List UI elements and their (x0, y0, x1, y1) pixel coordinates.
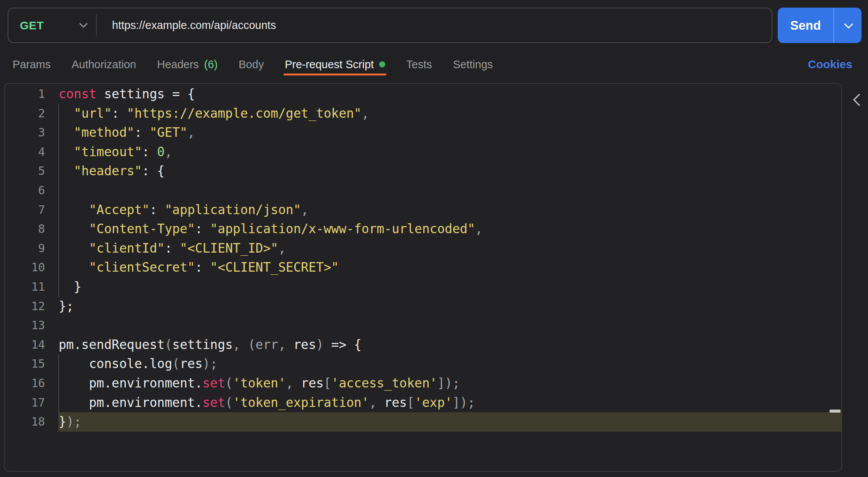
code-line[interactable]: 15 console.log(res); (5, 354, 841, 374)
tab-label: Pre-request Script (285, 58, 374, 71)
tab-tests[interactable]: Tests (406, 53, 432, 76)
send-label[interactable]: Send (778, 8, 833, 43)
code-line-content: "headers": { (50, 162, 841, 181)
code-line-content (50, 181, 841, 200)
code-line[interactable]: 8 "Content-Type": "application/x-www-for… (5, 219, 841, 239)
scrollbar-thumb[interactable] (830, 410, 841, 413)
code-area: 1const settings = {2 "url": "https://exa… (5, 84, 841, 432)
code-line-content: "Content-Type": "application/x-www-form-… (50, 219, 841, 239)
line-number: 8 (5, 219, 50, 239)
tab-authorization[interactable]: Authorization (72, 53, 136, 76)
line-number: 9 (5, 239, 50, 258)
code-line-content: }); (58, 412, 841, 432)
code-line[interactable]: 18}); (5, 412, 841, 432)
tab-settings[interactable]: Settings (453, 53, 493, 76)
code-line[interactable]: 14pm.sendRequest(settings, (err, res) =>… (5, 335, 841, 355)
code-line[interactable]: 11 } (5, 277, 841, 297)
code-line-content: "url": "https://example.com/get_token", (50, 104, 841, 123)
code-line[interactable]: 13 (5, 316, 841, 335)
code-line-content: pm.environment.set('token_expiration', r… (50, 393, 841, 413)
code-line[interactable]: 3 "method": "GET", (5, 123, 841, 142)
script-present-dot-icon (379, 61, 385, 67)
chevron-down-icon (844, 23, 852, 28)
line-number: 3 (5, 123, 50, 142)
line-number: 4 (5, 142, 50, 162)
code-line[interactable]: 6 (5, 181, 841, 200)
tab-label: Authorization (72, 58, 136, 71)
line-number: 11 (5, 277, 50, 297)
code-line[interactable]: 10 "clientSecret": "<CLIENT_SECRET>" (5, 258, 841, 277)
code-line-content: }; (50, 297, 841, 316)
active-tab-underline (283, 74, 386, 75)
code-line[interactable]: 1const settings = { (5, 85, 841, 104)
code-line[interactable]: 4 "timeout": 0, (5, 142, 841, 162)
send-options-button[interactable] (834, 8, 862, 43)
tab-label: Tests (406, 58, 432, 71)
code-line[interactable]: 9 "clientId": "<CLIENT_ID>", (5, 239, 841, 258)
code-line-content: } (50, 277, 841, 297)
tab-label: Body (239, 58, 264, 71)
code-line[interactable]: 2 "url": "https://example.com/get_token"… (5, 104, 841, 123)
tab-headers[interactable]: Headers(6) (157, 53, 218, 76)
collapse-panel-button[interactable] (848, 92, 865, 109)
code-line-content: "clientId": "<CLIENT_ID>", (50, 239, 841, 258)
line-number: 14 (5, 335, 50, 355)
line-number: 10 (5, 258, 50, 277)
chevron-down-icon (79, 23, 88, 28)
code-line[interactable]: 17 pm.environment.set('token_expiration'… (5, 393, 841, 413)
code-line-content: "method": "GET", (50, 123, 841, 142)
code-line-content: "timeout": 0, (50, 142, 841, 162)
code-line-content: pm.environment.set('token', res['access_… (50, 374, 841, 393)
line-number: 6 (5, 181, 50, 200)
code-line-content: console.log(res); (50, 354, 841, 374)
tab-label: Settings (453, 58, 493, 71)
code-line[interactable]: 16 pm.environment.set('token', res['acce… (5, 374, 841, 393)
line-number: 13 (5, 316, 50, 335)
headers-count-badge: (6) (204, 58, 218, 71)
chevron-left-icon (852, 93, 861, 108)
line-number: 16 (5, 374, 50, 393)
tab-label: Params (13, 58, 51, 71)
code-line[interactable]: 5 "headers": { (5, 162, 841, 181)
line-number: 15 (5, 354, 50, 374)
request-tabs: ParamsAuthorizationHeaders(6)BodyPre-req… (13, 53, 493, 76)
cookies-link[interactable]: Cookies (808, 53, 852, 76)
request-url-bar: GET (8, 8, 772, 43)
code-line-content: pm.sendRequest(settings, (err, res) => { (50, 335, 841, 355)
line-number: 1 (5, 85, 50, 104)
line-number: 7 (5, 200, 50, 220)
line-number: 5 (5, 162, 50, 181)
tab-params[interactable]: Params (13, 53, 51, 76)
line-number: 17 (5, 393, 50, 413)
line-number: 2 (5, 104, 50, 123)
tab-label: Headers (157, 58, 199, 71)
pre-request-script-editor[interactable]: 1const settings = {2 "url": "https://exa… (4, 83, 842, 472)
method-label: GET (20, 19, 44, 32)
line-number: 18 (5, 412, 50, 432)
code-line-content: "clientSecret": "<CLIENT_SECRET>" (50, 258, 841, 277)
line-number: 12 (5, 297, 50, 316)
url-input[interactable] (97, 8, 772, 42)
tab-pre-request-script[interactable]: Pre-request Script (285, 53, 385, 76)
code-line-content: const settings = { (50, 85, 841, 104)
code-line-content (50, 316, 841, 335)
tab-body[interactable]: Body (239, 53, 264, 76)
code-line[interactable]: 7 "Accept": "application/json", (5, 200, 841, 220)
code-line[interactable]: 12}; (5, 297, 841, 316)
send-button[interactable]: Send (778, 8, 862, 43)
code-line-content: "Accept": "application/json", (50, 200, 841, 220)
method-selector[interactable]: GET (8, 8, 96, 42)
